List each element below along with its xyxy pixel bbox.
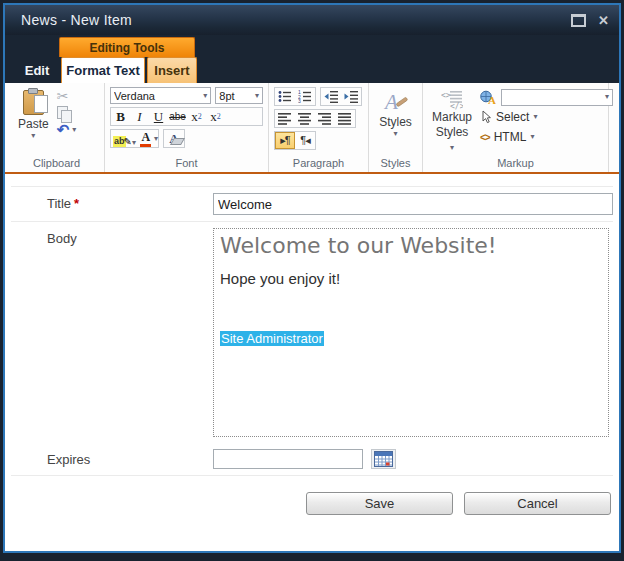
- tab-format-text[interactable]: Format Text: [61, 57, 145, 83]
- eraser-icon: [170, 138, 185, 145]
- bullet-list-button[interactable]: [275, 88, 295, 105]
- justify-icon: [338, 112, 352, 125]
- ribbon-tab-strip: Editing Tools Edit Format Text Insert: [5, 35, 619, 83]
- form-area: Title* Body Welcome to our Website! Hope…: [5, 174, 619, 551]
- svg-text:A: A: [488, 94, 496, 105]
- expires-row: Expires: [11, 443, 613, 476]
- dropdown-arrow-icon: ▾: [31, 132, 35, 140]
- undo-button[interactable]: ↶ ▾: [57, 122, 77, 137]
- tab-edit[interactable]: Edit: [13, 57, 61, 83]
- cursor-icon: [480, 110, 492, 124]
- title-input[interactable]: [213, 193, 613, 215]
- copy-icon[interactable]: [57, 106, 68, 119]
- calendar-icon: [374, 451, 393, 467]
- select-button[interactable]: Select ▾: [480, 108, 613, 126]
- group-label-font: Font: [110, 156, 263, 171]
- svg-text:<>: <>: [441, 91, 451, 100]
- maximize-button[interactable]: [571, 14, 586, 27]
- superscript-button[interactable]: x2: [206, 108, 225, 125]
- font-color-button[interactable]: A: [138, 130, 154, 147]
- ltr-icon: ▸¶: [280, 134, 289, 147]
- align-right-button[interactable]: [315, 110, 335, 127]
- body-editor[interactable]: Welcome to our Website! Hope you enjoy i…: [213, 228, 609, 437]
- html-button[interactable]: <> HTML ▾: [480, 128, 613, 146]
- tab-insert[interactable]: Insert: [147, 57, 197, 83]
- font-family-select[interactable]: Verdana ▾: [110, 87, 211, 104]
- body-field-label: Body: [11, 228, 213, 437]
- paste-icon: [23, 90, 44, 115]
- subscript-button[interactable]: x2: [187, 108, 206, 125]
- window-buttons: ✕: [571, 14, 609, 27]
- undo-icon: ↶: [57, 122, 70, 137]
- right-to-left-button[interactable]: ¶◂: [295, 132, 315, 149]
- ribbon-group-clipboard: Paste ▾ ✂ ↶ ▾ Clipboard: [9, 83, 105, 172]
- dropdown-arrow-icon: ▾: [255, 92, 259, 100]
- close-button[interactable]: ✕: [598, 14, 609, 27]
- cut-icon[interactable]: ✂: [57, 89, 69, 103]
- expires-field-label: Expires: [11, 449, 213, 469]
- group-label-clipboard: Clipboard: [14, 156, 99, 171]
- html-label: HTML: [494, 130, 527, 144]
- dropdown-arrow-icon: ▾: [533, 113, 537, 121]
- action-buttons: Save Cancel: [5, 476, 619, 515]
- language-select[interactable]: ▾: [501, 89, 613, 106]
- body-selection-line: Site Administrator: [220, 329, 602, 347]
- paste-button[interactable]: Paste ▾: [14, 87, 53, 143]
- date-picker-button[interactable]: [371, 449, 396, 469]
- ribbon-group-paragraph: 123: [269, 83, 369, 172]
- dialog-inner: News - New Item ✕ Editing Tools Edit For…: [3, 3, 621, 553]
- outdent-button[interactable]: [321, 88, 341, 105]
- strikethrough-button[interactable]: abe: [168, 108, 187, 125]
- justify-button[interactable]: [335, 110, 355, 127]
- ribbon-group-styles: A Styles ▾ Styles: [369, 83, 423, 172]
- ribbon: Paste ▾ ✂ ↶ ▾ Clipboard Verdana: [5, 83, 619, 174]
- title-row: Title*: [11, 186, 613, 222]
- cancel-button[interactable]: Cancel: [464, 492, 611, 515]
- group-label-styles: Styles: [381, 156, 411, 171]
- align-left-button[interactable]: [275, 110, 295, 127]
- underline-button[interactable]: U: [149, 108, 168, 125]
- align-right-icon: [318, 112, 332, 125]
- dropdown-arrow-icon: ▾: [450, 143, 454, 152]
- title-bar: News - New Item ✕: [5, 5, 619, 35]
- expires-input[interactable]: [213, 449, 363, 469]
- body-heading: Welcome to our Website!: [220, 233, 602, 258]
- highlight-color-button[interactable]: ab ✎ ▾: [111, 130, 138, 147]
- contextual-group-editing-tools[interactable]: Editing Tools: [59, 37, 195, 57]
- outdent-icon: [324, 90, 338, 103]
- paste-label: Paste: [18, 117, 49, 131]
- required-asterisk: *: [74, 196, 79, 211]
- rtl-icon: ¶◂: [300, 134, 309, 147]
- clear-format-button[interactable]: A: [164, 130, 184, 147]
- align-center-button[interactable]: [295, 110, 315, 127]
- markup-styles-label-line2: Styles ▾: [432, 126, 472, 154]
- language-row: A ▾: [480, 88, 613, 106]
- save-button[interactable]: Save: [306, 492, 453, 515]
- dropdown-arrow-icon: ▾: [72, 126, 76, 134]
- styles-button[interactable]: A Styles ▾: [375, 87, 416, 141]
- markup-styles-label-line1: Markup: [432, 111, 472, 125]
- dropdown-arrow-icon: ▾: [530, 133, 534, 141]
- italic-button[interactable]: I: [130, 108, 149, 125]
- svg-text:A: A: [383, 90, 398, 114]
- left-to-right-button[interactable]: ▸¶: [275, 132, 295, 149]
- font-color-swatch: [140, 144, 151, 147]
- svg-text:3: 3: [298, 98, 301, 103]
- dropdown-arrow-icon: ▾: [203, 92, 207, 100]
- body-paragraph: Hope you enjoy it!: [220, 270, 602, 287]
- dropdown-arrow-icon: ▾: [132, 139, 136, 147]
- dropdown-arrow-icon: ▾: [154, 135, 158, 143]
- language-globe-icon: A: [480, 90, 497, 105]
- body-row: Body Welcome to our Website! Hope you en…: [11, 222, 613, 443]
- align-center-icon: [298, 112, 312, 125]
- group-label-markup: Markup: [428, 156, 603, 171]
- indent-button[interactable]: [341, 88, 361, 105]
- ribbon-group-markup: <></> Markup Styles ▾ A ▾ Select: [423, 83, 609, 172]
- markup-styles-button[interactable]: <></> Markup Styles ▾: [428, 87, 476, 156]
- bullet-list-icon: [278, 90, 292, 103]
- numbered-list-button[interactable]: 123: [295, 88, 315, 105]
- html-code-icon: <>: [480, 132, 490, 143]
- window-title: News - New Item: [21, 12, 132, 28]
- font-size-select[interactable]: 8pt ▾: [215, 87, 263, 104]
- bold-button[interactable]: B: [111, 108, 130, 125]
